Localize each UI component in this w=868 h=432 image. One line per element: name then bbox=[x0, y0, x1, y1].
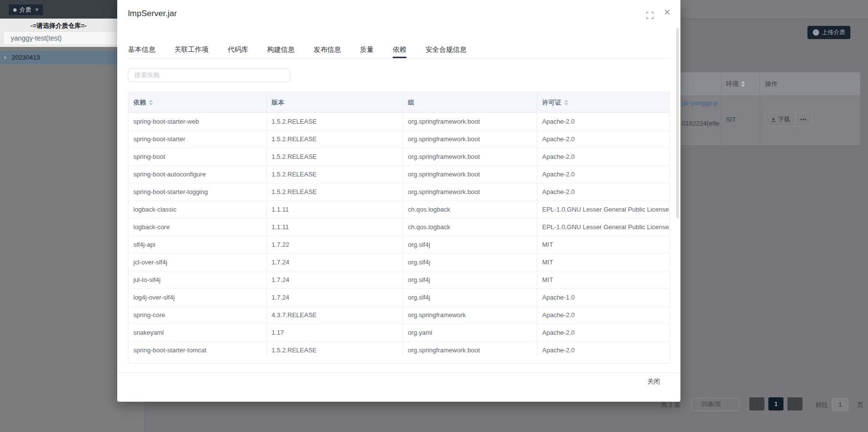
table-cell: jul-to-slf4j bbox=[128, 271, 267, 288]
table-row: logback-classic1.1.11ch.qos.logbackEPL-1… bbox=[128, 201, 669, 218]
table-cell: log4j-over-slf4j bbox=[128, 289, 267, 306]
table-row: spring-boot1.5.2.RELEASEorg.springframew… bbox=[128, 148, 669, 166]
dependency-table-header: 依赖版本组许可证 bbox=[128, 92, 669, 113]
table-cell: org.springframework.boot bbox=[403, 130, 537, 148]
tab-3[interactable]: 代码库 bbox=[228, 42, 248, 58]
sort-icon[interactable] bbox=[741, 81, 745, 87]
table-cell: 1.5.2.RELEASE bbox=[267, 148, 403, 165]
sort-icon[interactable] bbox=[564, 100, 568, 106]
tab-8[interactable]: 安全合规信息 bbox=[425, 42, 466, 58]
pagination-total: 共 1 条 bbox=[661, 401, 680, 410]
upload-media-label: 上传介质 bbox=[822, 28, 846, 37]
table-cell: MIT bbox=[537, 254, 669, 271]
table-cell: org.slf4j bbox=[403, 289, 537, 306]
dialog-title: lmpServer.jar bbox=[128, 9, 177, 19]
table-cell: 1.5.2.RELEASE bbox=[267, 130, 403, 148]
dep-column-label: 版本 bbox=[272, 98, 284, 107]
close-button[interactable]: 关闭 bbox=[647, 377, 660, 386]
table-cell: 1.7.24 bbox=[267, 254, 403, 271]
table-cell: 1.5.2.RELEASE bbox=[267, 183, 403, 200]
repo-picker-title: -=请选择介质仓库=- bbox=[0, 19, 117, 30]
tree-item-label: 20230413 bbox=[12, 51, 40, 65]
table-cell: spring-boot-starter bbox=[128, 130, 267, 148]
page-size-select[interactable]: 20条/页 ⌄ bbox=[691, 398, 739, 411]
dep-column-header[interactable]: 许可证 bbox=[537, 92, 669, 112]
table-cell: 1.1.11 bbox=[267, 218, 403, 236]
goto-page-prefix: 前往 bbox=[815, 401, 828, 410]
table-cell: org.springframework.boot bbox=[403, 183, 537, 200]
table-cell: MIT bbox=[537, 271, 669, 288]
table-cell: 1.7.24 bbox=[267, 289, 403, 306]
tree-expand-caret-icon[interactable] bbox=[4, 56, 7, 60]
table-cell: 1.5.2.RELEASE bbox=[267, 342, 403, 355]
table-row: spring-boot-autoconfigure1.5.2.RELEASEor… bbox=[128, 166, 669, 183]
table-cell: org.slf4j bbox=[403, 254, 537, 271]
goto-page-input[interactable]: 1 bbox=[832, 398, 848, 411]
media-detail-dialog: lmpServer.jar ✕ 基本信息关联工作项代码库构建信息发布信息质量依赖… bbox=[117, 0, 680, 402]
table-cell: Apache-2.0 bbox=[537, 324, 669, 341]
tab-7[interactable]: 依赖 bbox=[393, 42, 406, 58]
tag-media[interactable]: 介质 × bbox=[9, 4, 43, 15]
goto-page-suffix: 页 bbox=[857, 401, 864, 410]
tag-close-icon[interactable]: × bbox=[35, 7, 39, 13]
current-page-button[interactable]: 1 bbox=[768, 397, 783, 410]
column-divider bbox=[760, 72, 760, 145]
dep-column-header: 组 bbox=[403, 92, 537, 112]
row-action-group: 下载 ••• bbox=[765, 112, 812, 127]
table-cell: spring-boot bbox=[128, 148, 267, 165]
dependency-table-body: spring-boot-starter-web1.5.2.RELEASEorg.… bbox=[128, 113, 669, 355]
table-cell: spring-boot-starter-tomcat bbox=[128, 342, 267, 355]
table-cell: org.yaml bbox=[403, 324, 537, 341]
table-scrollbar[interactable] bbox=[676, 28, 679, 218]
table-row: snakeyaml1.17org.yamlApache-2.0 bbox=[128, 324, 669, 342]
dep-column-label: 依赖 bbox=[133, 98, 146, 107]
table-row: jcl-over-slf4j1.7.24org.slf4jMIT bbox=[128, 254, 669, 271]
dep-column-header[interactable]: 依赖 bbox=[128, 92, 267, 112]
table-cell: spring-boot-starter-logging bbox=[128, 183, 267, 200]
table-cell: Apache-2.0 bbox=[537, 306, 669, 324]
table-cell: ch.qos.logback bbox=[403, 218, 537, 236]
table-cell: spring-core bbox=[128, 306, 267, 324]
table-cell: EPL-1.0,GNU Lesser General Public Licens… bbox=[537, 201, 669, 218]
upload-icon: ↑ bbox=[813, 29, 819, 36]
table-cell: logback-classic bbox=[128, 201, 267, 218]
table-cell: 1.17 bbox=[267, 324, 403, 341]
table-cell: EPL-1.0,GNU Lesser General Public Licens… bbox=[537, 218, 669, 236]
tab-6[interactable]: 质量 bbox=[360, 42, 374, 58]
table-cell: org.springframework.boot bbox=[403, 342, 537, 355]
table-row: spring-boot-starter-tomcat1.5.2.RELEASEo… bbox=[128, 342, 669, 355]
table-cell: spring-boot-autoconfigure bbox=[128, 166, 267, 183]
more-actions-button[interactable]: ••• bbox=[795, 112, 811, 126]
prev-page-button[interactable]: ‹ bbox=[749, 397, 764, 410]
table-cell: org.springframework.boot bbox=[403, 113, 537, 130]
download-button[interactable]: 下载 bbox=[765, 112, 795, 126]
table-cell: MIT bbox=[537, 236, 669, 253]
dependency-search-input[interactable]: 搜索依赖 bbox=[128, 68, 290, 82]
table-row: jul-to-slf4j1.7.24org.slf4jMIT bbox=[128, 271, 669, 289]
download-icon bbox=[771, 117, 776, 122]
tag-active-dot-icon bbox=[13, 8, 17, 12]
table-row: spring-boot-starter-logging1.5.2.RELEASE… bbox=[128, 183, 669, 201]
table-row: spring-core4.3.7.RELEASEorg.springframew… bbox=[128, 306, 669, 324]
table-cell: 1.5.2.RELEASE bbox=[267, 166, 403, 183]
table-row: logback-core1.1.11ch.qos.logbackEPL-1.0,… bbox=[128, 218, 669, 236]
dep-column-header: 版本 bbox=[267, 92, 403, 112]
table-cell: snakeyaml bbox=[128, 324, 267, 341]
upload-media-button[interactable]: ↑ 上传介质 bbox=[807, 26, 850, 39]
table-cell: org.springframework.boot bbox=[403, 148, 537, 165]
media-link-truncated[interactable]: jar-yanggy.gi bbox=[682, 99, 718, 107]
close-icon[interactable]: ✕ bbox=[664, 8, 671, 17]
tab-4[interactable]: 构建信息 bbox=[267, 42, 295, 58]
table-cell: Apache-2.0 bbox=[537, 166, 669, 183]
table-row: spring-boot-starter-web1.5.2.RELEASEorg.… bbox=[128, 113, 669, 130]
tab-5[interactable]: 发布信息 bbox=[314, 42, 341, 58]
tab-2[interactable]: 关联工作项 bbox=[174, 42, 209, 58]
table-cell: org.slf4j bbox=[403, 236, 537, 253]
fullscreen-icon[interactable] bbox=[646, 12, 654, 19]
table-cell: slf4j-api bbox=[128, 236, 267, 253]
sort-icon[interactable] bbox=[149, 100, 153, 106]
next-page-button[interactable]: › bbox=[787, 397, 803, 410]
table-cell: Apache-2.0 bbox=[537, 342, 669, 355]
tab-1[interactable]: 基本信息 bbox=[128, 42, 155, 58]
column-header-env[interactable]: 环境 bbox=[726, 80, 745, 88]
